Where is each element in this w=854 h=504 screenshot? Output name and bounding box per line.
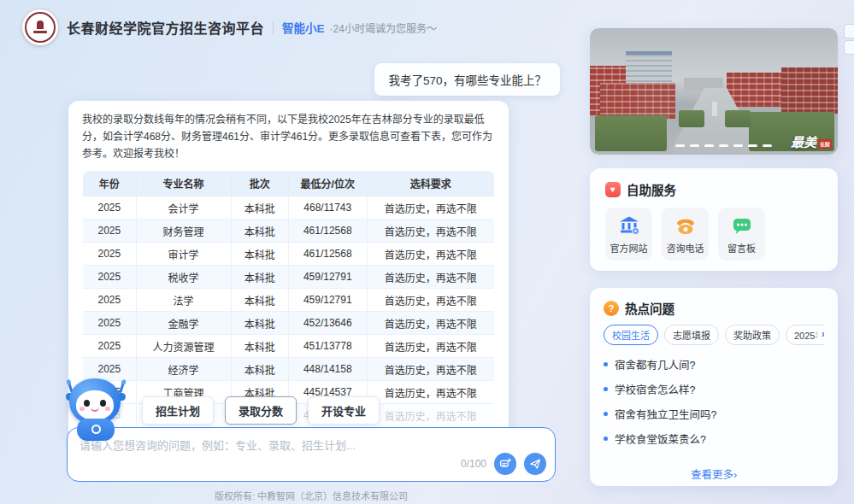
table-row: 2025法学本科批459/12791首选历史，再选不限 [83,289,495,312]
bullet-icon [604,437,608,441]
service-official-website[interactable]: 官方网站 [605,208,652,261]
self-service-card: ♥ 自助服务 官方网站 [590,168,838,271]
see-more-link[interactable]: 查看更多› [604,466,824,482]
bot-name: 智能小E [282,19,325,36]
bullet-icon [604,412,608,416]
service-message-board[interactable]: 留言板 [718,208,765,261]
table-cell: 首选历史，再选不限 [367,243,494,266]
header-tagline: ·24小时竭诚为您服务～ [330,21,437,35]
table-cell: 首选历史，再选不限 [367,220,494,243]
table-cell: 人力资源管理 [136,335,231,358]
carousel-dot[interactable] [748,144,757,148]
question-mark-icon: ? [604,301,619,316]
table-row: 2025经济学本科批448/14158首选历史，再选不限 [83,358,495,381]
university-logo-icon [22,9,58,45]
table-cell: 税收学 [136,266,231,289]
question-text: 交通情况怎么样? [615,455,695,461]
carousel-dot[interactable] [763,144,772,148]
service-label: 官方网站 [610,241,648,255]
table-cell: 本科批 [231,289,288,312]
table-cell: 首选历史，再选不限 [367,404,494,427]
table-cell: 经济学 [136,358,231,381]
send-button[interactable] [524,453,546,475]
tabs-chevron-icon[interactable]: › [815,327,824,340]
question-text: 宿舍都有几人间? [615,356,695,372]
send-icon [529,458,541,470]
table-cell: 本科批 [231,312,288,335]
statue [712,102,717,116]
service-label: 留言板 [727,241,756,255]
bot-message-text: 我校的录取分数线每年的情况会稍有不同，以下是我校2025年在吉林部分专业的录取最… [82,111,495,162]
header: 长春财经学院官方招生咨询平台 智能小E ·24小时竭诚为您服务～ [22,9,437,46]
table-header: 年份 专业名称 批次 最低分/位次 选科要求 [83,171,495,196]
table-cell: 451/13778 [288,335,367,358]
question-text: 学校宿舍怎么样? [615,381,695,397]
copyright-footer: 版权所有: 中教智网（北京）信息技术有限公司 [67,489,556,502]
table-cell: 2025 [83,243,137,266]
hot-question-item[interactable]: 宿舍有独立卫生间吗? [604,401,824,426]
quick-action-button[interactable]: 招生计划 [142,396,214,425]
table-cell: 2025 [83,266,137,289]
table-cell: 首选历史，再选不限 [367,289,494,312]
emoji-button[interactable] [494,453,516,475]
phone-icon [674,214,697,237]
carousel-dot[interactable] [719,144,728,148]
edge-widget-button[interactable] [844,40,854,55]
campus-photo: 最美 长财 [590,28,838,155]
table-cell: 本科批 [231,358,288,381]
col-batch: 批次 [231,171,288,196]
edge-widget-button[interactable] [844,24,854,38]
hot-question-item[interactable]: 学校食堂饭菜贵么? [604,426,824,451]
table-cell: 首选历史，再选不限 [367,381,494,404]
hot-questions-title: 热点问题 [625,299,674,317]
quick-actions: 招生计划录取分数开设专业 [142,396,380,425]
char-counter: 0/100 [461,458,486,470]
table-cell: 461/12568 [288,243,367,266]
service-phone[interactable]: 咨询电话 [662,208,709,261]
table-cell: 2025 [83,196,137,220]
col-score-rank: 最低分/位次 [288,171,367,196]
bank-icon [618,214,640,237]
carousel-dot[interactable] [704,144,714,148]
table-cell: 468/11743 [288,196,367,220]
hot-question-item[interactable]: 学校宿舍怎么样? [604,377,824,401]
hot-question-tab[interactable]: 奖助政策 [725,325,780,345]
table-cell: 法学 [136,289,231,312]
hot-question-item[interactable]: 宿舍都有几人间? [604,352,824,377]
table-cell: 2025 [83,220,137,243]
col-year: 年份 [83,171,137,196]
table-cell: 459/12791 [288,289,367,312]
question-text: 学校食堂饭菜贵么? [615,431,706,447]
quick-action-button[interactable]: 开设专业 [308,396,380,425]
admission-score-table: 年份 专业名称 批次 最低分/位次 选科要求 2025会计学本科批468/117… [82,170,495,427]
service-label: 咨询电话 [667,241,704,255]
table-cell: 本科批 [231,335,288,358]
message-icon [731,214,753,237]
photo-watermark: 最美 长财 [791,132,832,150]
table-cell: 2025 [83,312,137,335]
header-divider [273,21,274,34]
carousel-dot[interactable] [733,144,743,148]
carousel-dot[interactable] [690,144,699,148]
hot-question-tabs: 校园生活志愿填报奖助政策2025年招› [604,325,824,345]
table-cell: 会计学 [136,196,231,220]
quick-action-button[interactable]: 录取分数 [225,396,297,425]
table-cell: 本科批 [231,220,288,243]
carousel-dots [675,144,803,148]
user-message-bubble: 我考了570，有哪些专业能上？ [374,63,560,96]
table-cell: 2025 [83,289,137,312]
hot-question-tab[interactable]: 校园生活 [604,325,658,345]
table-cell: 448/14158 [288,358,367,381]
table-cell: 财务管理 [136,220,231,243]
table-cell: 审计学 [136,243,231,266]
carousel-dot[interactable] [675,144,685,148]
self-service-title: 自助服务 [627,180,676,198]
hot-question-tab[interactable]: 志愿填报 [664,325,719,345]
table-cell: 首选历史，再选不限 [367,312,494,335]
question-text: 宿舍有独立卫生间吗? [615,406,716,422]
watermark-badge: 长财 [818,139,832,149]
table-cell: 461/12568 [288,220,367,243]
hot-question-item[interactable]: 交通情况怎么样? [604,451,824,461]
table-cell: 首选历史，再选不限 [367,335,494,358]
table-cell: 本科批 [231,266,288,289]
